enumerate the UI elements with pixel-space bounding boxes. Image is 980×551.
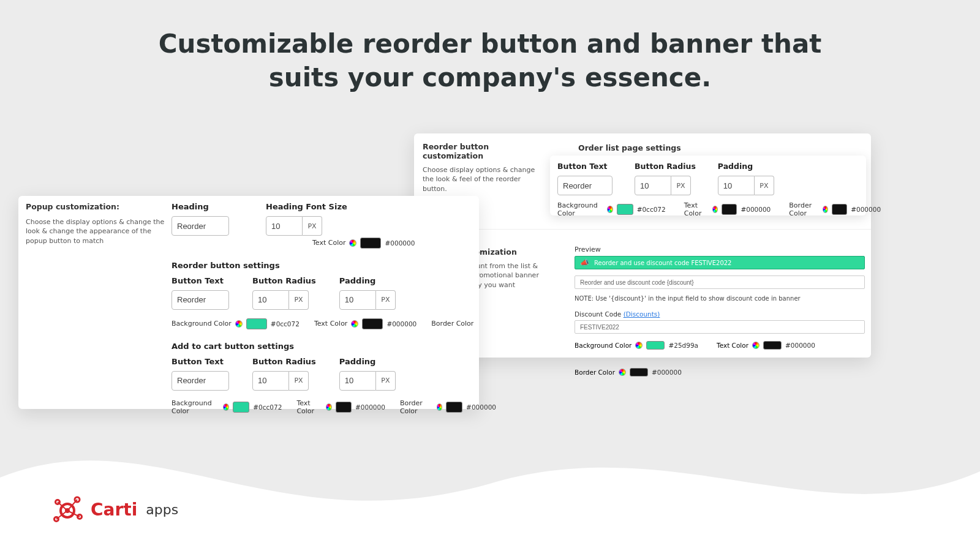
- rb-bg-swatch[interactable]: [246, 318, 267, 329]
- brand-name: Carti: [91, 500, 137, 520]
- popup-desc: Choose the display options & change the …: [26, 217, 165, 246]
- rb-padding-label: Padding: [339, 276, 396, 285]
- orderlist-section-title: Order list page settings: [578, 143, 681, 152]
- color-picker-icon[interactable]: [351, 320, 358, 328]
- page-headline: Customizable reorder button and banner t…: [0, 28, 980, 94]
- heading-fontsize-input[interactable]: [266, 216, 303, 236]
- rb-padding-unit: PX: [376, 290, 396, 310]
- banner-note: NOTE: Use '{discount}' in the input fiel…: [575, 295, 865, 302]
- popup-right-panel: Heading Heading Font Size PX Text Color …: [172, 202, 496, 415]
- ac-padding-label: Padding: [339, 357, 396, 366]
- wave-decor: [0, 404, 980, 551]
- heading-textcolor-label: Text Color: [312, 239, 345, 247]
- ac-btn-text-input[interactable]: [172, 371, 229, 391]
- megaphone-icon: 📣: [580, 258, 589, 267]
- brand-icon: [50, 492, 85, 527]
- heading-input[interactable]: [172, 216, 229, 236]
- discount-code-input[interactable]: [575, 320, 865, 334]
- rb-btn-text-label: Button Text: [172, 276, 229, 285]
- ol-btn-radius-label: Button Radius: [635, 162, 696, 171]
- popup-card: Popup customization: Choose the display …: [18, 196, 479, 409]
- rb-bg-hex: #0cc072: [271, 320, 300, 328]
- ol-padding-unit: PX: [755, 176, 774, 195]
- banner-preview-area: Preview 📣 Reorder and use discount code …: [575, 246, 865, 377]
- heading-textcolor-hex: #000000: [385, 239, 415, 247]
- rb-btn-radius-input[interactable]: [252, 290, 289, 310]
- ol-bc-label: Border Color: [789, 201, 819, 217]
- ol-padding-label: Padding: [718, 162, 774, 171]
- bn-tc-hex: #000000: [785, 342, 815, 349]
- heading-fontsize-unit: PX: [303, 216, 322, 236]
- color-picker-icon[interactable]: [712, 206, 718, 213]
- ac-btn-text-label: Button Text: [172, 357, 229, 366]
- bn-bg-swatch[interactable]: [646, 341, 665, 350]
- rb-bc-label: Border Color: [431, 320, 473, 328]
- ac-padding-input[interactable]: [339, 371, 376, 391]
- ac-btn-radius-input[interactable]: [252, 371, 289, 391]
- ol-btn-text-input[interactable]: [557, 176, 612, 195]
- ol-tc-hex: #000000: [741, 206, 771, 213]
- rb-radius-unit: PX: [289, 290, 309, 310]
- ol-btn-text-label: Button Text: [557, 162, 612, 171]
- orderlist-left-panel: Reorder button customization Choose disp…: [423, 142, 545, 193]
- color-picker-icon[interactable]: [607, 206, 613, 213]
- ol-bc-swatch[interactable]: [832, 204, 847, 215]
- headline-line2: suits your company's essence.: [269, 62, 711, 92]
- banner-preview: 📣 Reorder and use discount code FESTIVE2…: [575, 256, 865, 269]
- rb-tc-swatch[interactable]: [362, 318, 383, 329]
- rb-btn-text-input[interactable]: [172, 290, 229, 310]
- ol-radius-unit: PX: [671, 176, 691, 195]
- color-picker-icon[interactable]: [349, 239, 356, 247]
- color-picker-icon[interactable]: [619, 369, 626, 376]
- ol-bg-label: Background Color: [557, 201, 603, 217]
- heading-textcolor-swatch[interactable]: [360, 238, 381, 249]
- popup-title: Popup customization:: [26, 202, 165, 211]
- headline-line1: Customizable reorder button and banner t…: [159, 29, 822, 59]
- color-picker-icon[interactable]: [752, 342, 760, 349]
- orderlist-left-title: Reorder button customization: [423, 142, 545, 160]
- discount-code-label: Discount Code: [575, 310, 621, 318]
- bn-bg-label: Background Color: [575, 342, 631, 349]
- brand-sub: apps: [146, 502, 178, 517]
- color-picker-icon[interactable]: [635, 342, 643, 349]
- rb-bg-label: Background Color: [172, 320, 232, 328]
- heading-label: Heading: [172, 202, 229, 211]
- color-picker-icon[interactable]: [235, 320, 243, 328]
- ol-bg-swatch[interactable]: [617, 204, 633, 215]
- ol-bg-hex: #0cc072: [637, 206, 666, 213]
- rb-btn-radius-label: Button Radius: [252, 276, 316, 285]
- bn-bc-swatch[interactable]: [630, 368, 648, 377]
- bn-tc-swatch[interactable]: [763, 341, 782, 350]
- bn-bg-hex: #25d99a: [668, 342, 698, 349]
- orderlist-inner-card: Button Text Button Radius PX Padding PX: [550, 156, 866, 216]
- ol-tc-label: Text Color: [684, 201, 709, 217]
- color-picker-icon[interactable]: [823, 206, 828, 213]
- ol-btn-radius-input[interactable]: [635, 176, 671, 195]
- bn-tc-label: Text Color: [717, 342, 748, 349]
- ol-bc-hex: #000000: [851, 206, 881, 213]
- preview-label: Preview: [575, 246, 865, 253]
- banner-template-input[interactable]: [575, 276, 865, 289]
- heading-fontsize-label: Heading Font Size: [266, 202, 347, 211]
- banner-preview-text: Reorder and use discount code FESTIVE202…: [594, 260, 731, 266]
- ol-padding-input[interactable]: [718, 176, 755, 195]
- bn-bc-hex: #000000: [652, 369, 682, 376]
- addcart-section-title: Add to cart button settings: [172, 342, 496, 351]
- popup-left-panel: Popup customization: Choose the display …: [26, 202, 165, 246]
- ac-padding-unit: PX: [376, 371, 396, 391]
- brand-logo: Carti apps: [50, 492, 178, 527]
- ol-tc-swatch[interactable]: [722, 204, 737, 215]
- rb-padding-input[interactable]: [339, 290, 376, 310]
- orderlist-left-desc: Choose display options & change the look…: [423, 165, 545, 193]
- reorder-section-title: Reorder button settings: [172, 261, 496, 270]
- bn-bc-label: Border Color: [575, 369, 615, 376]
- ac-btn-radius-label: Button Radius: [252, 357, 316, 366]
- discounts-link[interactable]: (Discounts): [624, 310, 660, 318]
- rb-tc-hex: #000000: [386, 320, 417, 328]
- rb-tc-label: Text Color: [314, 320, 347, 328]
- ac-radius-unit: PX: [289, 371, 309, 391]
